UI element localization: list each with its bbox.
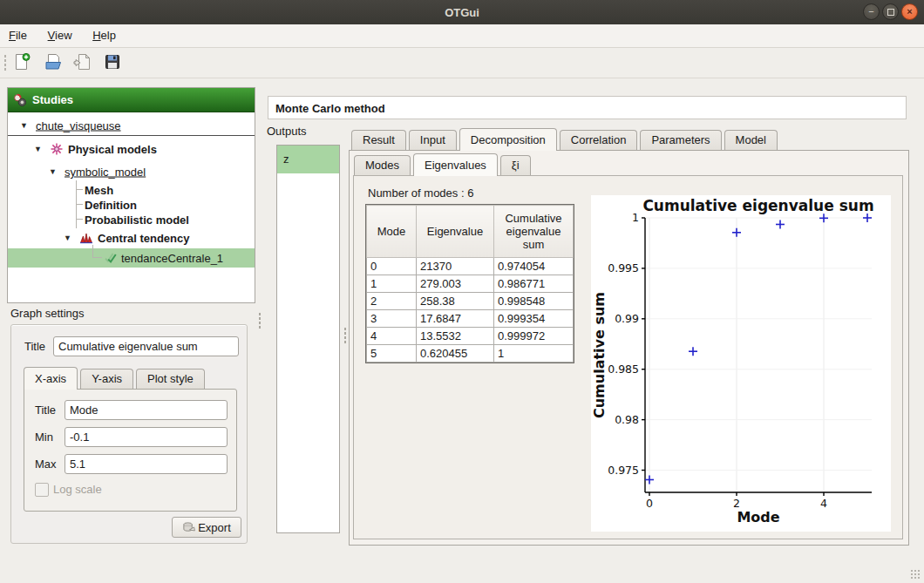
log-scale-checkbox [35,483,49,497]
tree-item-symbolic-model[interactable]: ▼ symbolic_model [8,161,255,182]
cell[interactable]: 21370 [417,258,494,275]
tree-item-central-tendency[interactable]: ▼ Central tendency [8,228,255,247]
tab-xi[interactable]: ξi [500,155,531,175]
expander-icon[interactable]: ▼ [34,145,42,153]
new-study-button[interactable] [12,52,35,75]
title-bar: OTGui − × [0,0,924,24]
tab-y-axis[interactable]: Y-axis [80,369,133,389]
cell[interactable]: 0.986771 [494,275,574,293]
graph-settings-label: Graph settings [10,307,85,320]
x-axis-pane: Title Min Max Log scale [24,389,237,512]
decomposition-pane: Modes Eigenvalues ξi Number of modes : 6… [349,150,909,546]
column-header-eigenvalue[interactable]: Eigenvalue [417,206,494,258]
main-tabbar: Result Input Decomposition Correlation P… [351,127,780,151]
xaxis-max-input[interactable] [65,454,228,474]
cell[interactable]: 0.620455 [417,345,494,363]
table-row: 0213700.974054 [367,258,574,275]
cell[interactable]: 1 [367,275,417,293]
tree-guide-line [92,245,102,258]
cell[interactable]: 17.6847 [417,310,494,328]
menu-file[interactable]: File [0,24,36,47]
cumulative-eigenvalue-plot: 0.9750.980.9850.990.9951024Cumulative ei… [591,195,891,532]
cell[interactable]: 4 [367,328,417,345]
svg-text:0.975: 0.975 [608,464,639,477]
tab-eigenvalues[interactable]: Eigenvalues [413,153,498,176]
studies-header: Studies [8,88,255,112]
cell[interactable]: 0 [367,258,417,275]
menu-view[interactable]: View [39,24,81,47]
close-button[interactable]: × [901,3,918,20]
table-row: 317.68470.999354 [367,310,574,328]
tab-x-axis[interactable]: X-axis [24,367,78,390]
xaxis-min-input[interactable] [65,427,228,447]
open-study-icon [44,61,63,74]
check-icon [104,251,118,265]
xaxis-title-input[interactable] [65,400,228,420]
svg-text:0.995: 0.995 [608,261,639,275]
cell[interactable]: 5 [367,345,417,363]
expander-icon[interactable]: ▼ [49,167,57,176]
maximize-button[interactable] [882,3,899,20]
tree-item-chute-visqueuse[interactable]: ▼ chute_visqueuse [8,116,255,136]
decomposition-tabbar: Modes Eigenvalues ξi [354,153,533,176]
minimize-button[interactable]: − [863,3,880,20]
physical-models-icon [50,142,64,156]
tab-model[interactable]: Model [724,130,778,150]
splitter-handle[interactable] [258,312,262,329]
svg-text:Cumulative sum: Cumulative sum [591,292,608,418]
maximize-icon [887,9,894,16]
xaxis-min-label: Min [35,430,53,444]
export-icon [182,521,195,534]
cell[interactable]: 258.38 [417,293,494,310]
cell[interactable]: 0.999354 [494,310,574,328]
graph-title-input[interactable] [53,336,239,356]
tree-item-tendance-centrale-1[interactable]: tendanceCentrale_1 [8,248,255,268]
cell[interactable]: 0.974054 [494,258,574,275]
table-row: 1279.0030.986771 [367,275,574,293]
tab-input[interactable]: Input [409,130,457,150]
cell[interactable]: 3 [367,310,417,328]
splitter-handle[interactable] [343,327,347,344]
toolbar-drag-handle[interactable] [3,54,7,71]
tree-item-probabilistic-model[interactable]: Probabilistic model [8,212,255,227]
column-header-cumulative[interactable]: Cumulative eigenvalue sum [494,206,574,258]
expander-icon[interactable]: ▼ [64,234,71,242]
analysis-title: Monte Carlo method [268,96,907,119]
import-script-icon [73,61,92,74]
cell[interactable]: 2 [367,293,417,310]
tab-result[interactable]: Result [351,130,406,150]
tab-decomposition[interactable]: Decomposition [459,128,557,151]
svg-text:0.99: 0.99 [615,312,639,325]
open-study-button[interactable] [44,52,66,75]
svg-text:Mode: Mode [737,509,779,525]
cell[interactable]: 1 [494,345,574,363]
app-window: OTGui − × File View Help Studies [0,0,924,583]
expander-icon[interactable]: ▼ [20,121,28,130]
graph-title-label: Title [24,340,45,353]
import-script-button[interactable] [73,52,96,75]
save-button[interactable] [103,52,126,75]
tab-correlation[interactable]: Correlation [560,130,638,150]
cell[interactable]: 0.999972 [494,328,574,345]
output-item-z[interactable]: z [277,146,339,173]
tree-item-mesh[interactable]: Mesh [8,182,255,197]
cell[interactable]: 0.998548 [494,293,574,310]
table-row: 413.55320.999972 [367,328,574,345]
window-title: OTGui [0,6,924,19]
menu-help[interactable]: Help [84,24,125,47]
eigenvalues-pane: Number of modes : 6 Mode Eigenvalue Cumu… [353,175,903,539]
axis-tabbar: X-axis Y-axis Plot style [24,365,207,390]
cell[interactable]: 279.003 [417,275,494,293]
tree-item-definition[interactable]: Definition [8,197,255,212]
tab-plot-style[interactable]: Plot style [136,369,205,389]
tree-item-physical-models[interactable]: ▼ Physical models [8,139,255,159]
tab-modes[interactable]: Modes [354,155,411,175]
window-resize-grip[interactable] [910,569,921,580]
svg-text:1: 1 [632,211,639,224]
cell[interactable]: 13.5532 [417,328,494,345]
export-button[interactable]: Export [172,517,241,538]
column-header-mode[interactable]: Mode [367,206,417,258]
tab-parameters[interactable]: Parameters [640,130,721,150]
svg-text:0.985: 0.985 [608,363,639,376]
studies-icon [13,93,27,107]
